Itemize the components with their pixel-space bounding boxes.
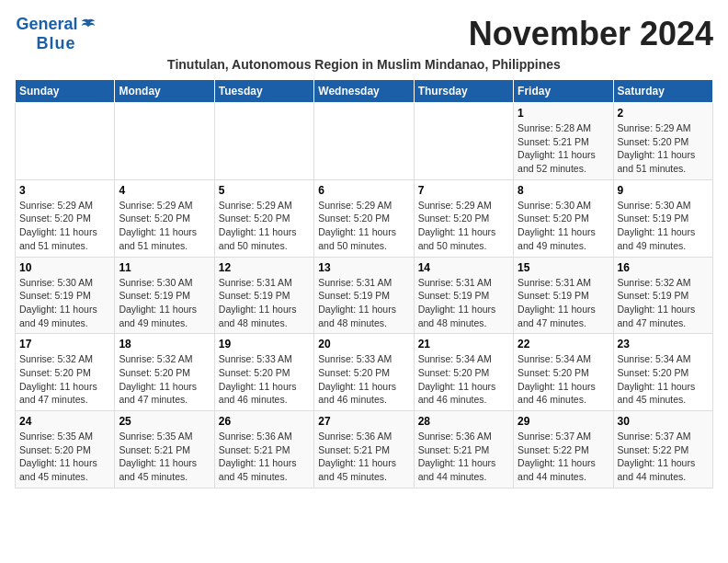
logo-blue: Blue [36,34,75,53]
month-title: November 2024 [97,15,713,53]
calendar-week-row: 1Sunrise: 5:28 AM Sunset: 5:21 PM Daylig… [16,103,713,180]
day-info: Sunrise: 5:32 AM Sunset: 5:20 PM Dayligh… [119,352,210,407]
day-info: Sunrise: 5:30 AM Sunset: 5:19 PM Dayligh… [618,199,709,253]
logo-bird-icon [80,17,97,33]
calendar-cell: 6Sunrise: 5:29 AM Sunset: 5:20 PM Daylig… [314,179,414,257]
day-info: Sunrise: 5:36 AM Sunset: 5:21 PM Dayligh… [318,430,409,484]
weekday-header-row: SundayMondayTuesdayWednesdayThursdayFrid… [16,80,713,103]
calendar-cell: 5Sunrise: 5:29 AM Sunset: 5:20 PM Daylig… [214,179,313,257]
day-number: 28 [418,415,509,428]
weekday-header-sunday: Sunday [16,80,115,103]
day-number: 19 [219,338,310,350]
calendar-cell: 12Sunrise: 5:31 AM Sunset: 5:19 PM Dayli… [214,257,313,334]
day-number: 9 [618,184,709,197]
calendar-cell: 18Sunrise: 5:32 AM Sunset: 5:20 PM Dayli… [115,334,214,411]
day-number: 11 [119,261,210,274]
day-info: Sunrise: 5:29 AM Sunset: 5:20 PM Dayligh… [618,121,709,176]
day-number: 17 [19,338,110,350]
day-info: Sunrise: 5:29 AM Sunset: 5:20 PM Dayligh… [318,199,409,253]
calendar-cell: 13Sunrise: 5:31 AM Sunset: 5:19 PM Dayli… [314,257,414,334]
calendar-cell: 8Sunrise: 5:30 AM Sunset: 5:20 PM Daylig… [514,179,613,257]
day-info: Sunrise: 5:33 AM Sunset: 5:20 PM Dayligh… [318,352,409,407]
day-number: 27 [318,415,409,428]
calendar-cell: 23Sunrise: 5:34 AM Sunset: 5:20 PM Dayli… [613,334,712,411]
calendar-cell: 7Sunrise: 5:29 AM Sunset: 5:20 PM Daylig… [414,179,513,257]
calendar-cell [414,103,513,180]
day-number: 20 [318,338,409,350]
day-number: 18 [119,338,210,350]
calendar-cell: 14Sunrise: 5:31 AM Sunset: 5:19 PM Dayli… [414,257,513,334]
logo: General Blue [15,15,97,53]
day-number: 15 [518,261,609,274]
day-info: Sunrise: 5:31 AM Sunset: 5:19 PM Dayligh… [219,276,310,330]
calendar-cell: 19Sunrise: 5:33 AM Sunset: 5:20 PM Dayli… [214,334,313,411]
day-info: Sunrise: 5:30 AM Sunset: 5:19 PM Dayligh… [119,276,210,330]
day-number: 6 [318,184,409,197]
calendar-cell: 28Sunrise: 5:36 AM Sunset: 5:21 PM Dayli… [414,411,513,488]
weekday-header-monday: Monday [115,80,214,103]
day-number: 8 [518,184,609,197]
day-number: 14 [418,261,509,274]
calendar-cell: 26Sunrise: 5:36 AM Sunset: 5:21 PM Dayli… [214,411,313,488]
day-number: 26 [219,415,310,428]
day-number: 22 [518,338,609,350]
weekday-header-thursday: Thursday [414,80,513,103]
day-number: 7 [418,184,509,197]
day-number: 2 [618,107,709,120]
day-number: 5 [219,184,310,197]
day-info: Sunrise: 5:31 AM Sunset: 5:19 PM Dayligh… [418,276,509,330]
day-number: 12 [219,261,310,274]
day-info: Sunrise: 5:31 AM Sunset: 5:19 PM Dayligh… [518,276,609,330]
day-info: Sunrise: 5:28 AM Sunset: 5:21 PM Dayligh… [518,121,609,176]
calendar-cell: 20Sunrise: 5:33 AM Sunset: 5:20 PM Dayli… [314,334,414,411]
calendar-cell: 24Sunrise: 5:35 AM Sunset: 5:20 PM Dayli… [16,411,115,488]
day-info: Sunrise: 5:29 AM Sunset: 5:20 PM Dayligh… [119,199,210,253]
day-number: 30 [618,415,709,428]
weekday-header-tuesday: Tuesday [214,80,313,103]
day-number: 4 [119,184,210,197]
day-info: Sunrise: 5:34 AM Sunset: 5:20 PM Dayligh… [418,352,509,407]
page-header: General Blue November 2024 [15,15,713,53]
calendar-table: SundayMondayTuesdayWednesdayThursdayFrid… [15,79,713,488]
calendar-cell: 29Sunrise: 5:37 AM Sunset: 5:22 PM Dayli… [514,411,613,488]
calendar-cell [214,103,313,180]
calendar-cell: 30Sunrise: 5:37 AM Sunset: 5:22 PM Dayli… [613,411,712,488]
calendar-cell: 2Sunrise: 5:29 AM Sunset: 5:20 PM Daylig… [613,103,712,180]
calendar-subtitle: Tinutulan, Autonomous Region in Muslim M… [15,57,713,72]
day-number: 23 [618,338,709,350]
day-number: 25 [119,415,210,428]
calendar-week-row: 17Sunrise: 5:32 AM Sunset: 5:20 PM Dayli… [16,334,713,411]
day-info: Sunrise: 5:30 AM Sunset: 5:19 PM Dayligh… [19,276,110,330]
day-info: Sunrise: 5:37 AM Sunset: 5:22 PM Dayligh… [618,430,709,484]
day-info: Sunrise: 5:32 AM Sunset: 5:20 PM Dayligh… [19,352,110,407]
day-info: Sunrise: 5:36 AM Sunset: 5:21 PM Dayligh… [418,430,509,484]
day-number: 16 [618,261,709,274]
calendar-cell: 1Sunrise: 5:28 AM Sunset: 5:21 PM Daylig… [514,103,613,180]
calendar-cell: 21Sunrise: 5:34 AM Sunset: 5:20 PM Dayli… [414,334,513,411]
day-info: Sunrise: 5:37 AM Sunset: 5:22 PM Dayligh… [518,430,609,484]
calendar-cell: 15Sunrise: 5:31 AM Sunset: 5:19 PM Dayli… [514,257,613,334]
weekday-header-friday: Friday [514,80,613,103]
day-info: Sunrise: 5:35 AM Sunset: 5:21 PM Dayligh… [119,430,210,484]
day-info: Sunrise: 5:35 AM Sunset: 5:20 PM Dayligh… [19,430,110,484]
day-info: Sunrise: 5:33 AM Sunset: 5:20 PM Dayligh… [219,352,310,407]
weekday-header-wednesday: Wednesday [314,80,414,103]
day-info: Sunrise: 5:30 AM Sunset: 5:20 PM Dayligh… [518,199,609,253]
calendar-cell: 3Sunrise: 5:29 AM Sunset: 5:20 PM Daylig… [16,179,115,257]
day-info: Sunrise: 5:34 AM Sunset: 5:20 PM Dayligh… [618,352,709,407]
day-number: 3 [19,184,110,197]
calendar-cell: 22Sunrise: 5:34 AM Sunset: 5:20 PM Dayli… [514,334,613,411]
day-number: 13 [318,261,409,274]
calendar-week-row: 3Sunrise: 5:29 AM Sunset: 5:20 PM Daylig… [16,179,713,257]
calendar-cell [115,103,214,180]
calendar-cell: 4Sunrise: 5:29 AM Sunset: 5:20 PM Daylig… [115,179,214,257]
calendar-cell: 9Sunrise: 5:30 AM Sunset: 5:19 PM Daylig… [613,179,712,257]
calendar-cell: 27Sunrise: 5:36 AM Sunset: 5:21 PM Dayli… [314,411,414,488]
calendar-cell: 16Sunrise: 5:32 AM Sunset: 5:19 PM Dayli… [613,257,712,334]
day-number: 29 [518,415,609,428]
calendar-cell: 17Sunrise: 5:32 AM Sunset: 5:20 PM Dayli… [16,334,115,411]
day-info: Sunrise: 5:34 AM Sunset: 5:20 PM Dayligh… [518,352,609,407]
calendar-week-row: 10Sunrise: 5:30 AM Sunset: 5:19 PM Dayli… [16,257,713,334]
day-info: Sunrise: 5:29 AM Sunset: 5:20 PM Dayligh… [219,199,310,253]
calendar-cell [314,103,414,180]
